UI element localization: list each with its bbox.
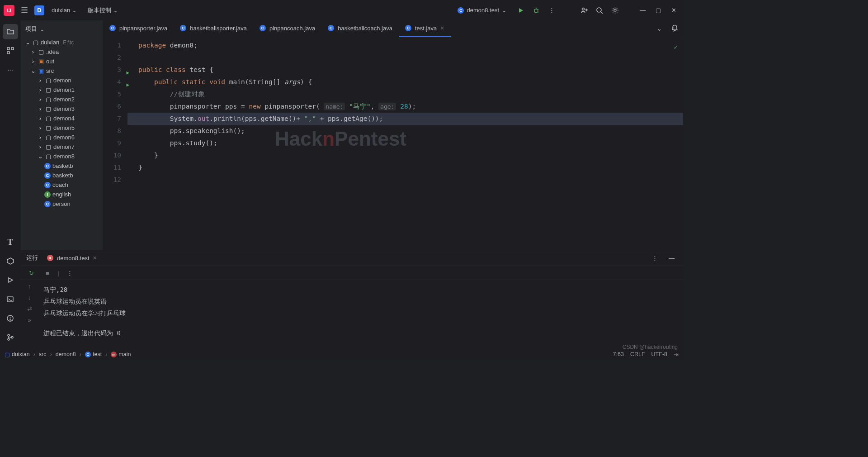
structure-tool-button[interactable] [3,43,18,58]
tree-item-basketb1[interactable]: Cbasketb [21,161,103,171]
close-button[interactable]: ✕ [668,5,679,16]
breadcrumb-src[interactable]: src [39,351,47,357]
more-actions-button[interactable]: ⋮ [546,5,557,16]
svg-line-10 [601,12,603,14]
tree-item-demon4[interactable]: ›▢demon4 [21,114,103,123]
stop-button[interactable]: ■ [42,267,53,279]
main-menu-button[interactable]: ☰ [18,5,31,15]
line-separator[interactable]: CRLF [630,351,645,358]
run-config-name: demon8.test [467,7,499,14]
svg-marker-15 [7,258,14,264]
tree-item-demon8[interactable]: ⌄▢demon8 [21,152,103,161]
project-selector[interactable]: duixian ⌄ [48,5,80,15]
class-icon: C [44,201,51,207]
tree-item-basketb2[interactable]: Cbasketb [21,171,103,180]
titlebar: IJ ☰ D duixian ⌄ 版本控制 ⌄ C demon8.test ⌄ … [0,0,683,20]
close-icon[interactable]: × [440,24,444,32]
vcs-tool-button[interactable] [3,329,18,345]
scroll-down-icon[interactable]: ↓ [28,294,31,301]
tree-item-demon5[interactable]: ›▢demon5 [21,123,103,133]
code-with-me-icon[interactable] [578,5,590,16]
tree-item-out[interactable]: ›▣out [21,57,103,66]
expand-all-icon[interactable]: » [28,317,31,324]
minimize-button[interactable]: ― [637,5,649,16]
tree-item-demon3[interactable]: ›▢demon3 [21,104,103,114]
chevron-down-icon: ⌄ [113,7,118,14]
svg-rect-16 [7,297,13,302]
project-tree: ⌄▢duixianE:\tc ›▢.idea ›▣out ⌄▣src ›▢dem… [21,38,103,250]
soft-wrap-icon[interactable]: ⇄ [27,305,32,312]
svg-point-21 [8,338,9,340]
tab-basketballcoach[interactable]: Cbasketballcoach.java [321,20,399,37]
scroll-up-icon[interactable]: ↑ [28,283,31,290]
svg-rect-14 [7,52,9,54]
breadcrumb-method[interactable]: m main [111,351,131,357]
run-tool-button[interactable] [3,272,18,288]
panel-title: 项目 [25,25,37,33]
cursor-position[interactable]: 7:63 [613,351,624,358]
close-icon[interactable]: × [93,254,97,262]
tree-item-demon7[interactable]: ›▢demon7 [21,142,103,152]
more-tools-button[interactable]: ⋯ [3,62,18,77]
svg-line-4 [534,12,535,12]
tree-item-coach[interactable]: Ccoach [21,180,103,190]
tab-basketballsporter[interactable]: Cbasketballsporter.java [174,20,253,37]
run-tab[interactable]: ● demon8.test × [43,252,100,263]
svg-point-22 [11,336,13,338]
run-output[interactable]: 马宁,28 乒乓球运动员在说英语 乒乓球运动员在学习打乒乓球 进程已结束，退出代… [38,280,683,348]
run-toolbar-more-button[interactable]: ⋮ [64,267,75,279]
code-editor[interactable]: HacknPentest ✓ 1 2 3▶ 4▶ 5 6 7 8 9 10 11 [103,38,683,250]
search-icon[interactable] [594,5,605,16]
breadcrumb-class[interactable]: C test [85,351,102,357]
left-tool-rail: ⋯ T [0,20,21,348]
run-toolbar: ↻ ■ | ⋮ [21,266,683,280]
services-tool-button[interactable] [3,253,18,269]
tab-test[interactable]: Ctest.java× [399,20,451,37]
indent-indicator[interactable]: ⇥ [674,351,679,358]
rerun-button[interactable]: ↻ [25,267,37,279]
svg-line-3 [538,10,538,10]
breadcrumb-package[interactable]: demon8 [56,351,76,357]
tree-item-demon6[interactable]: ›▢demon6 [21,133,103,142]
run-panel-title: 运行 [26,254,38,262]
project-badge[interactable]: D [34,5,44,15]
tree-root[interactable]: ⌄▢duixianE:\tc [21,38,103,47]
vcs-menu[interactable]: 版本控制 ⌄ [84,5,122,16]
problems-tool-button[interactable] [3,310,18,326]
output-line: 乒乓球运动员在说英语 [43,295,678,307]
tab-pinpancoach[interactable]: Cpinpancoach.java [253,20,321,37]
breadcrumb-project[interactable]: ▢ duixian [5,351,30,358]
project-panel: 项目 ⌄ ⌄▢duixianE:\tc ›▢.idea ›▣out ⌄▣src … [21,20,103,250]
project-panel-header[interactable]: 项目 ⌄ [21,20,103,38]
chevron-down-icon: ⌄ [502,7,507,14]
debug-button[interactable] [530,5,542,16]
project-tool-button[interactable] [3,24,18,39]
tree-item-demon2[interactable]: ›▢demon2 [21,95,103,104]
run-panel-more-button[interactable]: ⋮ [649,252,660,264]
tree-item-demon[interactable]: ›▢demon [21,76,103,85]
class-icon: C [44,172,51,179]
file-encoding[interactable]: UTF-8 [651,351,667,358]
svg-point-20 [8,334,9,336]
tree-item-src[interactable]: ⌄▣src [21,66,103,76]
hide-panel-button[interactable]: ― [666,252,678,264]
svg-point-0 [534,9,538,13]
run-button[interactable] [515,5,527,16]
notifications-icon[interactable] [671,24,679,31]
chevron-down-icon: ⌄ [72,7,77,14]
terminal-tool-button[interactable] [3,291,18,307]
statusbar: ▢ duixian › src › demon8 › C test › m ma… [0,348,683,360]
text-tool-button[interactable]: T [3,234,18,250]
tree-item-english[interactable]: Ienglish [21,190,103,199]
run-panel: 运行 ● demon8.test × ⋮ ― ↻ ■ | ⋮ ↑ ↓ [21,250,683,348]
maximize-button[interactable]: ▢ [652,5,664,16]
run-config-selector[interactable]: C demon8.test ⌄ [453,5,511,15]
settings-icon[interactable] [609,5,621,16]
tree-item-person[interactable]: Cperson [21,199,103,209]
tab-pinpansporter[interactable]: Cpinpansporter.java [103,20,174,37]
tab-list-button[interactable]: ⌄ [653,23,665,35]
tree-item-demon1[interactable]: ›▢demon1 [21,85,103,95]
output-line: 乒乓球运动员在学习打乒乓球 [43,307,678,319]
class-icon: C [109,25,116,31]
tree-item-idea[interactable]: ›▢.idea [21,47,103,57]
